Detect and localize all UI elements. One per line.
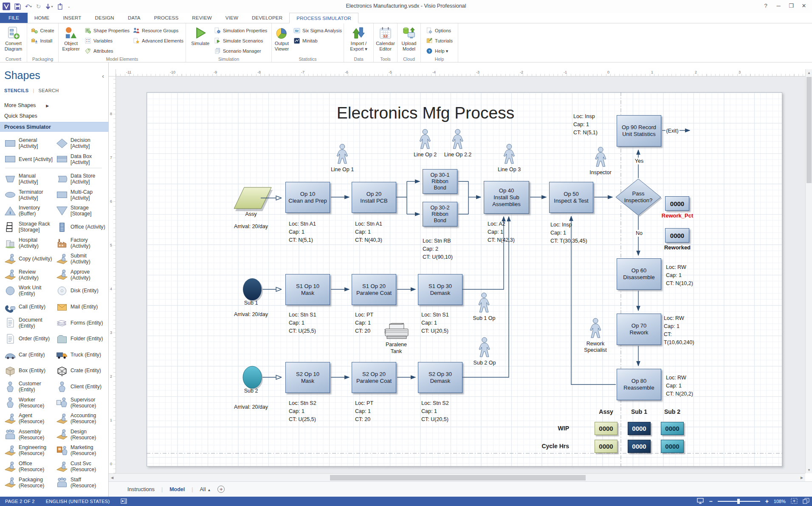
process-box-s1op10[interactable]: S1 Op 10 Mask	[285, 274, 330, 305]
ribbon-create-button[interactable]: Create	[29, 25, 56, 36]
collapse-panel-icon[interactable]: ‹	[102, 73, 104, 79]
scroll-down-icon[interactable]: ▼	[806, 466, 812, 473]
process-box-op30-1[interactable]: Op 30-1 Ribbon Bond	[423, 169, 457, 194]
stencil-disk-entity[interactable]: Disk (Entity)	[55, 283, 106, 298]
stencil-factory-activity[interactable]: Factory (Activity)	[55, 235, 106, 251]
stencil-storage-storage[interactable]: Storage [Storage]	[55, 203, 106, 218]
process-box-s1op20[interactable]: S1 Op 20 Paralene Coat	[352, 274, 396, 305]
stencil-inventory-buffer[interactable]: IInventory (Buffer)	[3, 203, 54, 218]
stencil-copy-activity[interactable]: Copy (Activity)	[3, 251, 54, 266]
stencil-marketing-resource[interactable]: Marketing (Resource)	[55, 443, 106, 458]
ribbon-simulate-scenarios-button[interactable]: Simulate Scenarios	[212, 36, 269, 46]
ribbon-simulate-button[interactable]: Simulate	[189, 24, 212, 57]
horizontal-scroll-thumb[interactable]	[330, 475, 586, 481]
scroll-up-icon[interactable]: ▲	[806, 69, 812, 76]
tab-process-simulator[interactable]: PROCESS SIMULATOR	[289, 13, 358, 23]
stencil-approve-activity[interactable]: Approve (Activity)	[55, 267, 106, 283]
process-box-op60[interactable]: Op 60 Disassemble	[617, 258, 661, 290]
stencil-assembly-resource[interactable]: Assembly (Resource)	[3, 427, 54, 442]
tab-developer[interactable]: DEVELOPER	[245, 13, 289, 23]
scroll-left-icon[interactable]: ◀	[109, 474, 116, 482]
stencil-order-entity[interactable]: Order (Entity)	[3, 331, 54, 346]
process-box-op70[interactable]: Op 70 Rework	[617, 314, 661, 345]
stencil-storage-rack-storage[interactable]: Storage Rack [Storage]	[3, 219, 54, 235]
stencil-agent-resource[interactable]: Agent (Resource)	[3, 411, 54, 426]
stencil-decision-activity[interactable]: Decision [Activity]	[55, 136, 106, 151]
process-box-op90[interactable]: Op 90 Record Unit Statistics	[617, 115, 661, 147]
ribbon-six-sigma-analysis-button[interactable]: 6σSix Sigma Analysis	[292, 25, 344, 36]
stencil-folder-entity[interactable]: Folder (Entity)	[55, 331, 106, 346]
person-sub-1-op[interactable]: Sub 1 Op	[473, 292, 496, 322]
page-tab-instructions[interactable]: Instructions	[127, 486, 155, 492]
stencil-accounting-resource[interactable]: Accounting (Resource)	[55, 411, 106, 426]
value-box-rework-pct[interactable]: 0000	[665, 196, 689, 211]
tab-file[interactable]: FILE	[0, 13, 28, 23]
ribbon-shape-properties-button[interactable]: Shape Properties	[83, 25, 131, 36]
process-box-s2op20[interactable]: S2 Op 20 Paralene Coat	[352, 362, 396, 393]
stencil-engineering-resource[interactable]: Engineering (Resource)	[3, 443, 54, 458]
ribbon-options-button[interactable]: Options	[424, 25, 454, 36]
stencil-submit-activity[interactable]: Submit (Activity)	[55, 251, 106, 266]
process-box-op20[interactable]: Op 20 Install PCB	[352, 182, 396, 213]
ribbon-variables-button[interactable]: Variables	[83, 36, 131, 46]
macro-record-icon[interactable]	[121, 498, 127, 505]
decision-diamond-label[interactable]: Pass Inspection?	[624, 190, 653, 204]
process-box-op50[interactable]: Op 50 Inspect & Test	[549, 182, 593, 213]
tab-search[interactable]: SEARCH	[38, 88, 59, 93]
ribbon-scenario-manager-button[interactable]: Scenario Manager	[212, 46, 269, 56]
stencil-work-unit-entity[interactable]: Work Unit (Entity)	[3, 283, 54, 298]
tab-home[interactable]: HOME	[28, 13, 56, 23]
ribbon-upload-model-button[interactable]: Upload Model	[398, 24, 420, 57]
wip-cell-wip-assy[interactable]: 0000	[595, 422, 617, 435]
stencil-header-process-simulator[interactable]: Process Simulator	[0, 122, 108, 132]
ribbon-output-viewer-button[interactable]: Output Viewer	[272, 24, 292, 57]
wip-cell-cycle-hrs-sub-1[interactable]: 0000	[628, 440, 651, 453]
stencil-hospital-activity[interactable]: Hospital (Activity)	[3, 235, 54, 251]
drawing-canvas[interactable]: Electronics Mfg ProcessOp 10 Clean and P…	[116, 76, 805, 473]
stencil-supervisor-resource[interactable]: Supervisor (Resource)	[55, 395, 106, 410]
stencil-call-entity[interactable]: Call (Entity)	[3, 299, 54, 314]
zoom-out-button[interactable]: −	[709, 498, 712, 505]
wip-cell-cycle-hrs-assy[interactable]: 0000	[595, 440, 617, 453]
person-inspector[interactable]: Inspector	[589, 147, 611, 176]
all-pages-dropdown[interactable]: All▲	[200, 486, 211, 492]
add-page-button[interactable]: +	[217, 486, 225, 493]
tab-stencils[interactable]: STENCILS	[4, 88, 29, 93]
ribbon-advanced-elements-button[interactable]: Advanced Elements	[131, 36, 185, 46]
stencil-mail-entity[interactable]: Mail (Entity)	[55, 299, 106, 314]
stencil-event-activity[interactable]: Event [Activity]	[3, 152, 54, 167]
stencil-design-resource[interactable]: Design (Resource)	[55, 427, 106, 442]
ribbon-tutorials-button[interactable]: Tutorials	[424, 36, 454, 46]
wip-cell-wip-sub-2[interactable]: 0000	[661, 422, 684, 435]
ribbon-import-export-button[interactable]: Import / Export ▾	[347, 24, 371, 57]
zoom-slider[interactable]	[718, 501, 760, 502]
person-line-op-2-2[interactable]: Line Op 2.2	[444, 129, 472, 158]
process-box-s2op30[interactable]: S2 Op 30 Demask	[418, 362, 462, 393]
ribbon-object-explorer-button[interactable]: Object Explorer	[59, 24, 83, 57]
stencil-multi-cap-activity[interactable]: Multi-Cap [Activity]	[55, 187, 106, 203]
vertical-scroll-thumb[interactable]	[806, 77, 812, 183]
stencil-review-activity[interactable]: Review (Activity)	[3, 267, 54, 283]
process-box-op10[interactable]: Op 10 Clean and Prep	[285, 182, 330, 213]
stencil-crate-entity[interactable]: Crate (Entity)	[55, 363, 106, 378]
process-box-s2op10[interactable]: S2 Op 10 Mask	[285, 362, 330, 393]
stencil-terminator-activity[interactable]: Terminator [Activity]	[3, 187, 54, 203]
tab-design[interactable]: DESIGN	[88, 13, 121, 23]
zoom-level[interactable]: 108%	[774, 499, 786, 504]
tab-view[interactable]: VIEW	[219, 13, 245, 23]
tab-insert[interactable]: INSERT	[56, 13, 88, 23]
ribbon-resource-groups-button[interactable]: Resource Groups	[131, 25, 185, 36]
stencil-packaging-resource[interactable]: Packaging (Resource)	[3, 475, 54, 490]
quick-shapes-item[interactable]: Quick Shapes	[4, 113, 37, 119]
stencil-customer-entity[interactable]: Customer (Entity)	[3, 379, 54, 394]
ribbon-help-button[interactable]: ?Help ▾	[424, 46, 454, 56]
minimize-button[interactable]: ─	[772, 0, 785, 11]
person-line-op-1[interactable]: Line Op 1	[331, 144, 354, 173]
stencil-data-store-activity[interactable]: Data Store [Activity]	[55, 171, 106, 187]
stencil-manual-activity[interactable]: Manual [Activity]	[3, 171, 54, 187]
stencil-office-resource[interactable]: Office (Resource)	[3, 459, 54, 474]
close-button[interactable]: ✕	[798, 0, 810, 11]
stencil-client-entity[interactable]: Client (Entity)	[55, 379, 106, 394]
stencil-staff-resource[interactable]: Staff (Resource)	[55, 475, 106, 490]
scroll-right-icon[interactable]: ▶	[798, 474, 805, 482]
